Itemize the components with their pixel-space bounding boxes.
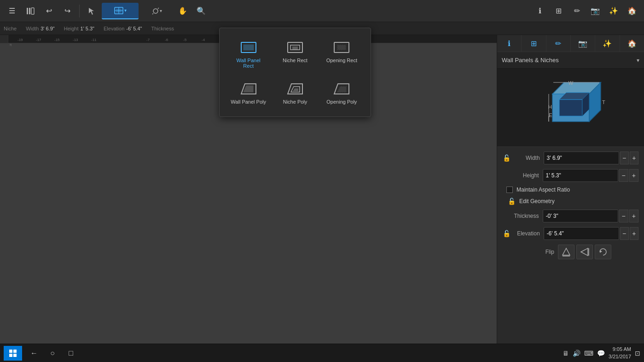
- width-property-row: 🔓 Width − +: [503, 152, 638, 164]
- niche-rect-label: Niche Rect: [283, 58, 307, 63]
- panel-icon-settings[interactable]: ✨: [595, 35, 620, 52]
- width-minus-button[interactable]: −: [620, 152, 629, 164]
- svg-text:W: W: [568, 80, 573, 86]
- thickness-plus-button[interactable]: +: [629, 210, 638, 222]
- svg-marker-140: [559, 99, 582, 116]
- ruler-tick: -15: [54, 38, 60, 42]
- panel-icon-pen[interactable]: ✏: [546, 35, 571, 52]
- camera-button[interactable]: 📷: [587, 3, 603, 19]
- niche-rect-option[interactable]: Niche Rect: [273, 35, 316, 73]
- svg-marker-136: [337, 87, 346, 92]
- back-button[interactable]: ←: [26, 345, 42, 362]
- clock-date: 3/21/2017: [609, 353, 631, 360]
- width-label: Width: [26, 26, 39, 31]
- flip-reset-button[interactable]: [595, 245, 611, 259]
- redo-button[interactable]: ↪: [59, 3, 75, 19]
- select-tool-button[interactable]: [83, 3, 100, 19]
- niche-rect-icon: [287, 40, 303, 55]
- task-view-button[interactable]: □: [63, 345, 79, 362]
- width-input[interactable]: [544, 152, 619, 164]
- info-icon-button[interactable]: ℹ: [532, 3, 548, 19]
- width-value: 3' 6.9": [41, 26, 54, 31]
- height-plus-button[interactable]: +: [629, 169, 638, 182]
- svg-marker-131: [244, 86, 253, 92]
- wall-panel-poly-icon: [240, 82, 257, 96]
- opening-poly-label: Opening Poly: [326, 99, 357, 105]
- panel-icon-row: ℹ ⊞ ✏ 📷 ✨ 🏠: [497, 35, 644, 52]
- panel-icon-camera[interactable]: 📷: [571, 35, 595, 52]
- library-button[interactable]: [22, 3, 39, 19]
- taskbar-chat-icon[interactable]: 💬: [597, 350, 605, 357]
- flip-label: Flip: [513, 249, 554, 255]
- home-taskbar-button[interactable]: ○: [44, 345, 61, 362]
- taskbar-expand-icon[interactable]: ⊡: [635, 350, 640, 357]
- panel-dropdown-arrow[interactable]: ▾: [637, 57, 639, 64]
- svg-text:T: T: [602, 99, 605, 105]
- panel-icon-info[interactable]: ℹ: [497, 35, 522, 52]
- undo-button[interactable]: ↩: [41, 3, 57, 19]
- edit-geometry-row[interactable]: 🔓 Edit Geometry: [503, 198, 638, 205]
- elevation-property-row: 🔓 Elevation − +: [503, 227, 638, 240]
- height-minus-button[interactable]: −: [619, 169, 628, 182]
- start-button[interactable]: [4, 346, 22, 361]
- menu-button[interactable]: ☰: [4, 3, 20, 19]
- niche-poly-option[interactable]: Niche Poly: [273, 77, 316, 109]
- elevation-lock-icon[interactable]: 🔓: [503, 230, 511, 237]
- taskbar: ← ○ □ 🖥 🔊 ⌨ 💬 9:05 AM 3/21/2017 ⊡: [0, 344, 644, 362]
- taskbar-monitor-icon[interactable]: 🖥: [563, 350, 569, 357]
- niche-label: Niche: [4, 26, 17, 31]
- svg-rect-157: [9, 354, 12, 357]
- elevation-input[interactable]: [544, 227, 619, 240]
- settings-button[interactable]: ✨: [605, 3, 622, 19]
- ruler-tick: -13: [73, 38, 78, 42]
- properties-panel: 🔓 Width − + Height − + Maintain Aspect R…: [497, 147, 644, 344]
- wall-panel-rect-option[interactable]: Wall Panel Rect: [227, 35, 270, 73]
- top-toolbar: ☰ ↩ ↪ ▾ ▾ ✋ 🔍 ℹ ⊞ ✏ 📷 ✨ 🏠: [0, 0, 644, 22]
- taskbar-volume-icon[interactable]: 🔊: [573, 350, 580, 357]
- opening-rect-option[interactable]: Opening Rect: [320, 35, 363, 73]
- svg-rect-127: [292, 47, 298, 50]
- svg-rect-1: [29, 8, 30, 14]
- taskbar-right-area: 🖥 🔊 ⌨ 💬 9:05 AM 3/21/2017 ⊡: [563, 346, 640, 360]
- modify-tool-button[interactable]: ▾: [140, 3, 173, 19]
- width-prop-label: Width: [512, 155, 540, 161]
- grid-button[interactable]: ⊞: [550, 3, 567, 19]
- panel-icon-grid[interactable]: ⊞: [522, 35, 546, 52]
- elevation-plus-button[interactable]: +: [630, 227, 638, 240]
- svg-marker-134: [293, 88, 298, 91]
- opening-poly-option[interactable]: Opening Poly: [320, 77, 363, 109]
- wall-panel-poly-label: Wall Panel Poly: [231, 99, 266, 105]
- panel-icon-home[interactable]: 🏠: [620, 35, 644, 52]
- svg-rect-2: [31, 8, 34, 14]
- wall-panels-dropdown-button[interactable]: ▾: [102, 3, 139, 19]
- thickness-input[interactable]: [543, 210, 618, 222]
- maintain-aspect-ratio-row[interactable]: Maintain Aspect Ratio: [503, 187, 638, 193]
- svg-rect-124: [244, 45, 254, 50]
- svg-marker-150: [563, 248, 570, 255]
- ruler-tick: -17: [36, 38, 41, 42]
- ruler-tick: -19: [17, 38, 23, 42]
- taskbar-keyboard-icon[interactable]: ⌨: [584, 350, 593, 357]
- width-lock-icon[interactable]: 🔓: [503, 154, 511, 162]
- elevation-minus-button[interactable]: −: [620, 227, 629, 240]
- tool-dropdown-popup: Wall Panel Rect Niche Rect: [219, 28, 371, 117]
- opening-rect-label: Opening Rect: [326, 58, 357, 63]
- dropdown-grid: Wall Panel Rect Niche Rect: [227, 35, 363, 109]
- home-button[interactable]: 🏠: [624, 3, 640, 19]
- search-button[interactable]: 🔍: [193, 3, 209, 19]
- wall-panel-poly-option[interactable]: Wall Panel Poly: [227, 77, 270, 109]
- opening-rect-icon: [333, 40, 350, 55]
- flip-vertical-button[interactable]: [558, 245, 574, 259]
- maintain-aspect-ratio-checkbox[interactable]: [506, 187, 513, 193]
- pan-tool-button[interactable]: ✋: [174, 3, 191, 19]
- pen-button[interactable]: ✏: [569, 3, 585, 19]
- thickness-minus-button[interactable]: −: [619, 210, 628, 222]
- panel-header: Wall Panels & Niches ▾: [497, 52, 644, 69]
- height-input[interactable]: [543, 169, 618, 182]
- svg-rect-0: [27, 8, 28, 14]
- elevation-value: -6' 5.4": [126, 26, 142, 31]
- wall-panel-rect-label: Wall Panel Rect: [231, 58, 266, 69]
- width-plus-button[interactable]: +: [630, 152, 638, 164]
- flip-horizontal-button[interactable]: [576, 245, 593, 259]
- right-panel: ℹ ⊞ ✏ 📷 ✨ 🏠 Wall Panels & Niches ▾: [497, 35, 644, 344]
